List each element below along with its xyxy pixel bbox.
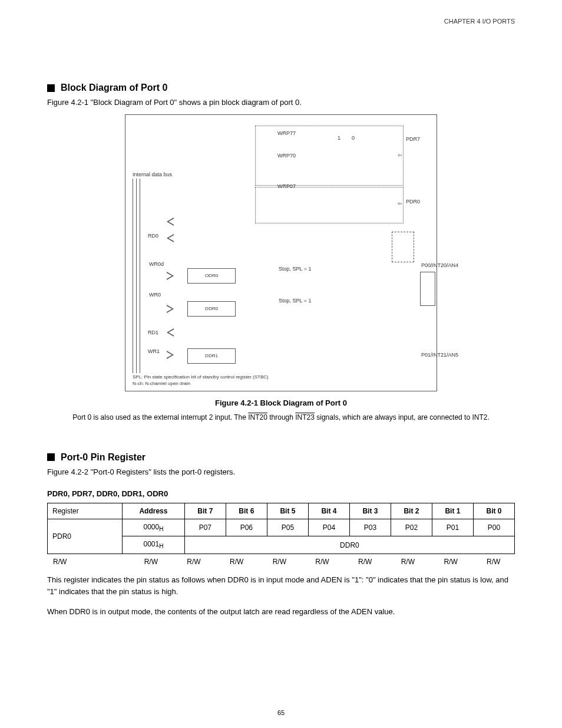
cell-pdr0-addr: 0000H (123, 519, 185, 536)
pullup-resistor-box (392, 232, 414, 262)
register-table: Register Address Bit 7 Bit 6 Bit 5 Bit 4… (47, 503, 515, 554)
internal-data-bus (133, 179, 140, 373)
cell-p04: P04 (308, 519, 349, 536)
th-bit3: Bit 3 (349, 503, 391, 519)
int20-overline: INT20 (248, 413, 267, 421)
p00-pin-label: P00/INT20/AN4 (421, 262, 458, 268)
th-bit1: Bit 1 (432, 503, 473, 519)
section-title-2: Port-0 Pin Register (61, 452, 146, 463)
buffer-icon (167, 328, 174, 337)
page: CHAPTER 4 I/O PORTS Block Diagram of Por… (0, 0, 562, 728)
bus-label: Internal data bus (133, 172, 172, 177)
latch-0-label: 0 (352, 135, 355, 141)
buffer-icon (167, 351, 174, 359)
section-title: Block Diagram of Port 0 (61, 83, 167, 93)
int23-overline: INT23 (295, 413, 315, 421)
section-block-diagram: Block Diagram of Port 0 (47, 83, 515, 93)
p01-pin-label: P01/INT21/AN5 (421, 352, 458, 358)
pdr0-group (255, 187, 404, 223)
section-pin-register: Port-0 Pin Register (47, 452, 515, 463)
diagram-footnote: SPL: Pin state specification bit of stan… (133, 374, 269, 387)
block-diagram: Internal data bus PDR7 WRP77 WRP70 PDR0 … (125, 114, 437, 391)
section-intro-text: Figure 4.2-1 "Block Diagram of Port 0" s… (47, 97, 515, 108)
rd1-label: RD1 (148, 330, 158, 335)
latch-1-label: 1 (338, 135, 340, 141)
th-address: Address (123, 503, 185, 519)
rw-label: R/W (47, 558, 130, 566)
stop-spl-label-1: Stop, SPL = 1 (279, 266, 311, 272)
p00-pin-box (420, 272, 435, 306)
pdr7-label: PDR7 (406, 136, 420, 142)
cell-p00: P00 (473, 519, 514, 536)
rw-row: R/W R/W R/W R/W R/W R/W R/W R/W R/W R/W (47, 558, 515, 566)
table-label: PDR0, PDR7, DDR0, DDR1, ODR0 (47, 489, 515, 498)
section-bullet-icon (47, 84, 55, 92)
chapter-header: CHAPTER 4 I/O PORTS (444, 18, 515, 25)
th-register: Register (48, 503, 123, 519)
figure-caption: Figure 4.2-1 Block Diagram of Port 0 (47, 398, 515, 407)
wrp70-label: WRP70 (277, 153, 296, 159)
figure-note: Port 0 is also used as the external inte… (47, 412, 515, 423)
ddr0-box: DDR0 (187, 301, 236, 317)
stop-spl-label-2: Stop, SPL = 1 (279, 298, 311, 304)
th-bit5: Bit 5 (267, 503, 308, 519)
cell-p05: P05 (267, 519, 308, 536)
pdr0-arrow-icon: ⇦ (398, 200, 402, 206)
cell-p02: P02 (391, 519, 432, 536)
buffer-icon (167, 305, 174, 313)
wrp77-label: WRP77 (277, 130, 296, 136)
th-bit4: Bit 4 (308, 503, 349, 519)
pdr0-label: PDR0 (406, 199, 420, 205)
table-header-row: Register Address Bit 7 Bit 6 Bit 5 Bit 4… (48, 503, 515, 519)
th-bit7: Bit 7 (184, 503, 226, 519)
buffer-icon (167, 272, 174, 280)
wr0d-label: WR0d (149, 261, 164, 267)
cell-p01: P01 (432, 519, 473, 536)
odr0-box: ODR0 (187, 268, 236, 284)
wrp07-label: WRP07 (277, 183, 296, 189)
description-para-1: This register indicates the pin status a… (47, 574, 515, 598)
th-bit6: Bit 6 (226, 503, 267, 519)
th-bit0: Bit 0 (473, 503, 514, 519)
table-row: PDR0 0000H P07 P06 P05 P04 P03 P02 P01 P… (48, 519, 515, 536)
wr0-label: WR0 (149, 292, 161, 298)
wr1-label: WR1 (148, 348, 160, 354)
buffer-icon (167, 218, 174, 226)
rd0-label: RD0 (148, 233, 158, 239)
cell-p06: P06 (226, 519, 267, 536)
figure-wrapper: Internal data bus PDR7 WRP77 WRP70 PDR0 … (47, 114, 515, 391)
ddr1-box: DDR1 (187, 348, 236, 364)
th-bit2: Bit 2 (391, 503, 432, 519)
description-para-2: When DDR0 is in output mode, the content… (47, 606, 515, 618)
rw-values: R/W R/W R/W R/W R/W R/W R/W R/W R/W (130, 558, 515, 566)
cell-p07: P07 (184, 519, 226, 536)
buffer-icon (167, 234, 174, 242)
cell-ddr0-addr: 0001H (123, 536, 185, 554)
pdr7-arrow-icon: ⇦ (398, 152, 402, 158)
cell-pdr0: PDR0 (48, 519, 123, 554)
section2-intro-text: Figure 4.2-2 "Port-0 Registers" lists th… (47, 466, 515, 478)
cell-p03: P03 (349, 519, 391, 536)
cell-ddr0-span: DDR0 (184, 536, 514, 554)
section-bullet-icon (47, 453, 55, 461)
page-number: 65 (0, 709, 562, 716)
